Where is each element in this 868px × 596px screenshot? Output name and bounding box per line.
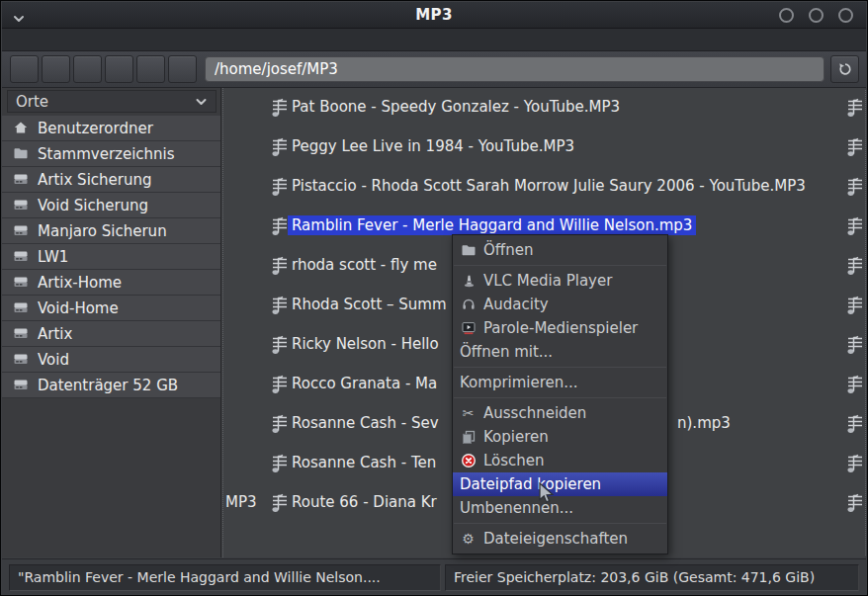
sidebar-item[interactable]: Void [2,347,220,373]
toolbar-button[interactable] [105,55,133,83]
menu-separator [454,523,666,524]
file-name: Ramblin Fever - Merle Haggard and Willie… [288,215,696,235]
sidebar-item-label: Void-Home [38,299,119,317]
music-icon [842,412,868,436]
sidebar-mode-select[interactable]: Orte [7,90,217,113]
sidebar-item[interactable]: Datenträger 52 GB [2,373,220,398]
places-sidebar: Orte Benutzerordner Stammverzeichnis Art… [2,88,221,557]
sidebar-item[interactable]: Benutzerordner [2,116,220,141]
music-icon [842,254,868,278]
file-row[interactable]: Pistaccio - Rhoda Scott Sarah Morrow Jul… [223,167,866,207]
music-icon [842,135,868,159]
drive-icon [13,299,30,316]
window-button[interactable] [809,8,824,23]
context-menu-item-label: Öffnen [483,241,533,259]
status-free-space: Freier Speicherplatz: 203,6 GiB (Gesamt:… [445,564,859,591]
music-icon [842,333,868,357]
context-menu-item-label: VLC Media Player [483,272,612,290]
context-menu-item[interactable]: ✂ Ausschneiden [453,401,667,425]
context-menu-item[interactable]: VLC Media Player [453,269,667,293]
context-menu-item-label: Ausschneiden [483,404,586,422]
sidebar-item-label: Artix [38,325,72,343]
drive-icon [13,171,30,188]
music-icon [842,96,868,120]
vlc-icon [460,273,477,290]
sidebar-item-label: Artix Sicherung [38,171,152,189]
home-icon [13,120,30,136]
context-menu-item-label: Parole-Medienspieler [483,319,638,337]
window-controls [779,8,853,23]
toolbar-button[interactable] [10,55,39,83]
sidebar-items: Benutzerordner Stammverzeichnis Artix Si… [2,116,220,398]
sidebar-item-label: Benutzerordner [38,120,153,137]
file-name: Rosanne Cash - Sev [288,413,443,433]
sidebar-item[interactable]: Stammverzeichnis [2,141,220,167]
menu-separator [454,397,666,398]
context-menu-item-label: Umbenennen... [460,499,573,517]
window-button[interactable] [838,8,853,23]
drive-icon [13,248,30,265]
file-name: Route 66 - Diana Kr [288,492,441,512]
parole-icon [460,320,477,337]
file-name: Pat Boone - Speedy Gonzalez - YouTube.MP… [288,97,624,117]
sidebar-item-label: Stammverzeichnis [38,145,175,163]
context-menu-item[interactable]: Komprimieren... [453,371,667,394]
sidebar-item[interactable]: Artix Sicherung [2,167,220,193]
toolbar-button[interactable] [136,55,165,83]
file-row[interactable]: Peggy Lee Live in 1984 - YouTube.MP3 [223,128,866,167]
context-menu-item-label: Audacity [483,296,549,313]
sidebar-item-label: Datenträger 52 GB [38,377,178,394]
toolbar-button[interactable] [168,55,197,83]
context-menu-item-label: Dateipfad kopieren [460,475,601,493]
file-name: Pistaccio - Rhoda Scott Sarah Morrow Jul… [288,176,810,196]
music-icon [842,452,868,475]
drive-icon [13,325,30,342]
context-menu-item[interactable]: ⚙ Dateieigenschaften [453,527,667,551]
music-icon [842,491,868,515]
context-menu-item[interactable]: Parole-Medienspieler [453,316,667,340]
sidebar-item[interactable]: LW1 [2,244,220,270]
menu-separator [454,265,666,266]
sidebar-item[interactable]: Void Sicherung [2,193,220,218]
context-menu-item[interactable]: Kopieren [453,425,667,449]
context-menu-item[interactable]: Öffnen mit... [453,340,667,364]
toolbar-button[interactable] [73,55,102,83]
sidebar-item[interactable]: Manjaro Sicherun [2,218,220,244]
file-name: Rosanne Cash - Ten [288,453,440,472]
drive-icon [13,197,30,213]
copy-icon [460,429,477,446]
sidebar-item[interactable]: Artix [2,321,220,347]
window-button[interactable] [779,8,794,23]
context-menu: Öffnen VLC Media Player Audacity Parole-… [452,234,668,554]
context-menu-item[interactable]: Löschen [453,449,667,472]
sidebar-item[interactable]: Void-Home [2,296,220,321]
tool-bar [2,50,866,88]
context-menu-item[interactable]: Audacity [453,293,667,316]
toolbar-button[interactable] [42,55,70,83]
window-menu-chevron-icon[interactable] [12,10,26,22]
title-bar: MP3 [2,2,866,29]
context-menu-item[interactable]: Umbenennen... [453,496,667,520]
context-menu-item[interactable]: Öffnen [453,238,667,262]
window-title: MP3 [2,6,866,24]
music-icon [842,214,868,238]
file-name: Peggy Lee Live in 1984 - YouTube.MP3 [288,136,578,156]
drive-icon [13,222,30,239]
context-menu-item-label: Löschen [483,452,545,469]
music-icon [842,175,868,199]
context-menu-item-label: Kopieren [483,428,549,446]
sidebar-item-label: Artix-Home [38,274,122,292]
file-name: Rhoda Scott – Summ [288,295,451,314]
path-input[interactable] [205,56,825,82]
sidebar-item-label: Manjaro Sicherun [38,222,167,240]
reload-button[interactable] [830,55,859,83]
drive-icon [13,377,30,393]
menu-bar [2,29,866,50]
context-menu-item[interactable]: Dateipfad kopieren [453,472,667,496]
status-selected-file: "Ramblin Fever - Merle Haggard and Willi… [9,564,441,591]
sidebar-header-label: Orte [16,93,48,111]
sidebar-item[interactable]: Artix-Home [2,270,220,296]
file-row[interactable]: Pat Boone - Speedy Gonzalez - YouTube.MP… [223,88,866,128]
folder-icon [13,145,30,162]
menu-separator [454,367,666,368]
